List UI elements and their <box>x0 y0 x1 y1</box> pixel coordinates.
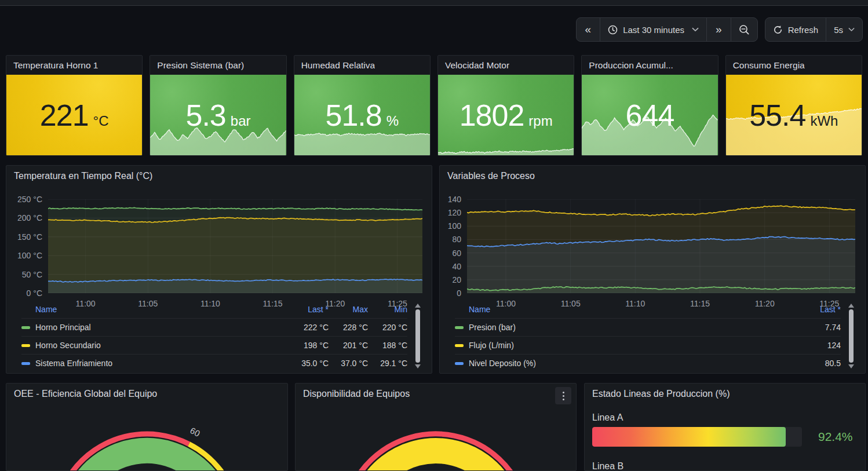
legend-row: Sistema Enfriamiento35.0 °C37.0 °C29.1 °… <box>21 354 407 372</box>
y-axis-tick: 50 °C <box>22 270 42 279</box>
zoom-out-button[interactable] <box>731 18 757 41</box>
time-range-label: Last 30 minutes <box>623 25 684 35</box>
stat-panel-body: 221°C <box>6 75 142 155</box>
chevron-down-icon <box>848 27 855 32</box>
stat-panel-title[interactable]: Velocidad Motor <box>445 60 509 71</box>
refresh-interval-button[interactable]: 5s <box>826 18 862 41</box>
stat-value-number: 644 <box>626 100 674 130</box>
legend-series-label[interactable]: Horno Principal <box>35 323 91 332</box>
legend-series-name[interactable]: Presion (bar) <box>455 323 800 332</box>
stat-value-number: 51.8 <box>326 100 382 130</box>
stat-value-unit: kWh <box>810 114 838 128</box>
series-swatch <box>21 326 30 329</box>
legend-series-name[interactable]: Horno Principal <box>21 323 285 332</box>
time-forward-button[interactable]: » <box>706 18 731 41</box>
panel-temperatura-tiempo-real: Temperatura en Tiempo Real (°C) 250 °C20… <box>6 165 432 374</box>
refresh-interval-label: 5s <box>834 25 843 35</box>
clock-icon <box>608 25 618 35</box>
stat-panel-title[interactable]: Presion Sistema (bar) <box>157 60 244 71</box>
y-axis-tick: 0 <box>457 289 461 298</box>
legend-series-name[interactable]: Nivel Deposito (%) <box>455 359 800 368</box>
scroll-thumb[interactable] <box>849 309 854 363</box>
legend-series-label[interactable]: Presion (bar) <box>469 323 516 332</box>
zoom-out-icon <box>739 24 750 35</box>
series-swatch <box>455 362 464 365</box>
refresh-icon <box>773 25 783 35</box>
stat-value-number: 221 <box>40 100 89 130</box>
stat-value-number: 55.4 <box>749 100 805 130</box>
stat-value: 5.3bar <box>186 100 251 130</box>
refresh-button[interactable]: Refresh <box>765 18 826 41</box>
legend-header-col[interactable]: Last * <box>800 305 841 314</box>
kebab-icon <box>563 392 564 400</box>
bar-gauge-track <box>592 427 802 447</box>
stat-panel-title[interactable]: Humedad Relativa <box>301 60 375 71</box>
legend-header-col[interactable]: Last * <box>285 305 329 314</box>
stat-panels-row: Temperatura Horno 1221°CPresion Sistema … <box>6 55 862 156</box>
legend-scrollbar[interactable] <box>413 304 422 368</box>
legend-scrollbar[interactable] <box>847 304 856 368</box>
time-back-button[interactable]: « <box>577 18 600 41</box>
legend-header-row: NameLast * <box>455 301 841 318</box>
legend-series-label[interactable]: Horno Secundario <box>35 341 101 350</box>
y-axis-tick: 100 °C <box>17 251 42 260</box>
bar-gauge-row: Linea A92.4% <box>592 412 858 447</box>
grafana-dashboard: « Last 30 minutes » Refresh 5s <box>0 0 868 471</box>
panel-title[interactable]: Variables de Proceso <box>447 171 535 181</box>
scroll-thumb[interactable] <box>415 309 420 363</box>
stat-panel-2: Presion Sistema (bar)5.3bar <box>149 55 286 156</box>
y-axis-tick: 100 <box>448 221 461 231</box>
stat-value-unit: rpm <box>528 114 552 128</box>
legend-row: Presion (bar)7.74 <box>455 318 841 336</box>
legend-series-name[interactable]: Horno Secundario <box>21 341 285 350</box>
stat-value: 55.4kWh <box>749 100 838 130</box>
bar-gauge-value: 92.4% <box>818 430 853 444</box>
bar-gauge-label: Linea A <box>592 412 858 423</box>
stat-panel-5: Produccion Acumul...644 <box>581 55 718 156</box>
legend-series-label[interactable]: Nivel Deposito (%) <box>469 359 536 368</box>
stat-panel-title[interactable]: Consumo Energia <box>733 60 805 71</box>
panel-estado-lineas: Estado Lineas de Produccion (%) Linea A9… <box>584 383 866 471</box>
legend-header-col[interactable]: Max <box>329 305 368 314</box>
y-axis-tick: 200 °C <box>17 213 42 222</box>
legend-value-last: 80.5 <box>800 359 841 368</box>
legend-table: NameLast *MaxMinHorno Principal222 °C228… <box>21 301 407 372</box>
scroll-down-icon[interactable] <box>415 364 421 368</box>
stat-panel-title[interactable]: Temperatura Horno 1 <box>13 60 98 71</box>
scroll-up-icon[interactable] <box>848 304 854 308</box>
legend-series-label[interactable]: Flujo (L/min) <box>469 341 514 350</box>
panel-title[interactable]: Temperatura en Tiempo Real (°C) <box>14 171 152 181</box>
stat-value: 644 <box>626 100 674 130</box>
stat-panel-title[interactable]: Produccion Acumul... <box>589 60 673 71</box>
scroll-down-icon[interactable] <box>848 364 854 368</box>
legend-value-max: 37.0 °C <box>329 359 368 368</box>
series-swatch <box>21 362 30 365</box>
series-swatch <box>455 326 464 329</box>
legend-series-name[interactable]: Flujo (L/min) <box>455 341 800 350</box>
stat-panel-4: Velocidad Motor1802rpm <box>437 55 574 156</box>
legend-row: Horno Principal222 °C228 °C220 °C <box>21 318 407 336</box>
y-axis-tick: 0 °C <box>27 289 42 298</box>
legend-series-label[interactable]: Sistema Enfriamiento <box>35 359 112 368</box>
timeseries-plot[interactable] <box>48 199 422 293</box>
legend-table: NameLast *Presion (bar)7.74Flujo (L/min)… <box>455 301 841 372</box>
panel-title[interactable]: Estado Lineas de Produccion (%) <box>592 389 730 399</box>
legend-header-name[interactable]: Name <box>21 305 285 314</box>
time-range-button[interactable]: Last 30 minutes <box>600 18 706 41</box>
stat-value-unit: bar <box>231 114 251 128</box>
legend-value-last: 198 °C <box>285 341 329 350</box>
stat-panel-body: 55.4kWh <box>726 75 862 155</box>
timeseries-plot[interactable] <box>467 199 855 293</box>
panel-title[interactable]: OEE - Eficiencia Global del Equipo <box>14 389 157 399</box>
series-swatch <box>455 344 464 347</box>
legend-row: Horno Secundario198 °C201 °C188 °C <box>21 336 407 354</box>
scroll-up-icon[interactable] <box>415 304 421 308</box>
legend-header-name[interactable]: Name <box>455 305 800 314</box>
legend-value-min: 220 °C <box>368 323 407 332</box>
y-axis-tick: 80 <box>452 235 461 244</box>
panel-title[interactable]: Disponibilidad de Equipos <box>303 389 410 399</box>
stat-panel-header: Produccion Acumul... <box>582 56 717 75</box>
stat-value: 1802rpm <box>459 100 553 130</box>
legend-series-name[interactable]: Sistema Enfriamiento <box>21 359 285 368</box>
legend-header-col[interactable]: Min <box>368 305 407 314</box>
